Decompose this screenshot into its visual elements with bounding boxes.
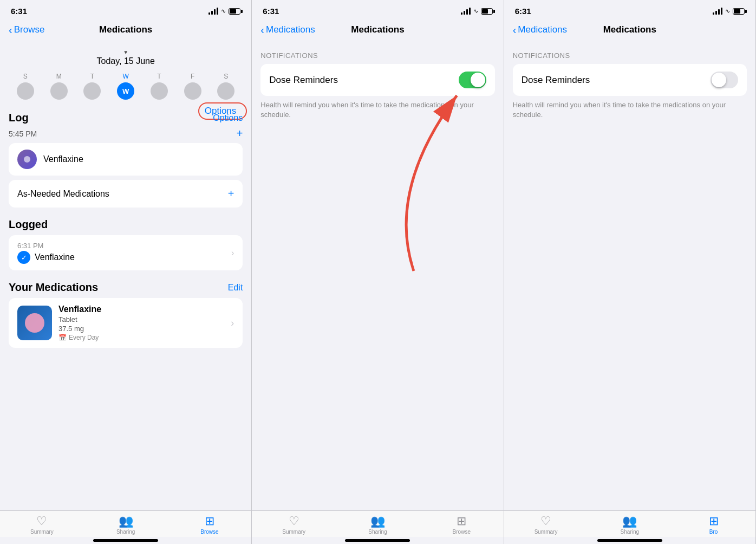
toggle-thumb-2 xyxy=(471,73,485,87)
tab-summary-1[interactable]: ♡ Summary xyxy=(0,515,84,535)
week-circle-t1 xyxy=(83,82,101,100)
back-label-2[interactable]: Medications xyxy=(266,24,315,35)
browse-icon-3: ⊞ xyxy=(709,515,719,527)
your-meds-header: Your Medications Edit xyxy=(0,275,251,298)
date-arrow: ▼ xyxy=(0,49,251,55)
add-med-button-1[interactable]: + xyxy=(237,127,243,140)
week-day-sat[interactable]: S xyxy=(217,73,234,100)
tab-bar-1: ♡ Summary 👥 Sharing ⊞ Browse xyxy=(0,510,251,537)
week-label-t1: T xyxy=(90,73,94,80)
back-label-1[interactable]: Browse xyxy=(14,24,45,35)
week-day-wed[interactable]: W W xyxy=(117,73,134,100)
week-day-sun[interactable]: S xyxy=(17,73,34,100)
back-button-3[interactable]: ‹ Medications xyxy=(513,24,567,35)
dose-reminders-row-3: Dose Reminders xyxy=(513,64,747,96)
tab-summary-2[interactable]: ♡ Summary xyxy=(252,515,336,535)
log-title: Log xyxy=(9,112,29,124)
status-time-2: 6:31 xyxy=(263,7,279,16)
status-icons-2: ∿ xyxy=(461,8,493,15)
logged-time-text: 6:31 PM xyxy=(17,242,226,250)
logged-name-text: Venflaxine xyxy=(35,252,75,262)
dose-reminders-row-2: Dose Reminders xyxy=(260,64,494,96)
med-name-1: Venflaxine xyxy=(43,154,234,164)
sharing-icon-3: 👥 xyxy=(622,515,637,527)
tab-summary-label-3: Summary xyxy=(535,529,558,535)
week-day-mon[interactable]: M xyxy=(50,73,68,100)
heart-icon-1: ♡ xyxy=(36,515,47,527)
as-needed-card[interactable]: As-Needed Medications + xyxy=(9,180,243,208)
content-3: NOTIFICATIONS Dose Reminders Health will… xyxy=(504,43,755,510)
as-needed-label: As-Needed Medications xyxy=(17,189,109,199)
med-card-venflaxine[interactable]: Venflaxine xyxy=(9,143,243,176)
your-meds-title: Your Medications xyxy=(9,281,98,294)
tab-summary-label-1: Summary xyxy=(30,529,54,535)
tab-sharing-1[interactable]: 👥 Sharing xyxy=(84,515,168,535)
content-2: NOTIFICATIONS Dose Reminders Health will… xyxy=(252,43,503,510)
settings-card-2: Dose Reminders xyxy=(260,64,494,96)
logged-title: Logged xyxy=(9,218,48,231)
dose-reminders-toggle-3[interactable] xyxy=(711,72,738,88)
log-time-row-1: 5:45 PM + xyxy=(0,124,251,143)
dose-reminders-toggle-2[interactable] xyxy=(459,72,486,88)
tab-summary-label-2: Summary xyxy=(282,529,305,535)
toggle-thumb-3 xyxy=(712,73,726,87)
med-chevron-icon: › xyxy=(231,318,234,329)
options-button[interactable]: Options xyxy=(213,113,243,123)
signal-icon-1 xyxy=(208,8,218,15)
tab-sharing-2[interactable]: 👥 Sharing xyxy=(336,515,420,535)
dose-reminders-desc-3: Health will remind you when it's time to… xyxy=(504,96,755,128)
week-label-m: M xyxy=(56,73,62,80)
tab-browse-2[interactable]: ⊞ Browse xyxy=(420,515,504,535)
battery-icon-2 xyxy=(481,8,493,15)
med-dose: 37.5 mg xyxy=(58,325,224,333)
med-details: Venflaxine Tablet 37.5 mg 📅 Every Day xyxy=(58,305,224,341)
panel-medications-log: 6:31 ∿ ‹ Browse Medications ▼ Today, 15 … xyxy=(0,0,252,544)
settings-card-3: Dose Reminders xyxy=(513,64,747,96)
browse-icon-2: ⊞ xyxy=(457,515,466,527)
med-schedule: 📅 Every Day xyxy=(58,334,224,341)
tab-browse-1[interactable]: ⊞ Browse xyxy=(168,515,252,535)
add-as-needed-button[interactable]: + xyxy=(228,187,234,200)
status-icons-3: ∿ xyxy=(713,8,745,15)
browse-icon-1: ⊞ xyxy=(205,515,214,527)
heart-icon-3: ♡ xyxy=(540,515,551,527)
signal-icon-2 xyxy=(461,8,471,15)
wifi-icon-3: ∿ xyxy=(725,8,730,15)
nav-title-1: Medications xyxy=(99,24,152,35)
status-time-3: 6:31 xyxy=(515,7,531,16)
notifications-label-2: NOTIFICATIONS xyxy=(252,43,503,64)
edit-button[interactable]: Edit xyxy=(228,283,243,293)
week-circle-f xyxy=(184,82,201,100)
nav-title-2: Medications xyxy=(351,24,404,35)
med-thumbnail xyxy=(17,306,52,340)
tab-summary-3[interactable]: ♡ Summary xyxy=(504,515,588,535)
week-circle-t2 xyxy=(151,82,168,100)
back-label-3[interactable]: Medications xyxy=(518,24,567,35)
logged-chevron-icon: › xyxy=(231,248,234,258)
tab-browse-3[interactable]: ⊞ Bro xyxy=(672,515,755,535)
logged-card-1[interactable]: 6:31 PM ✓ Venflaxine › xyxy=(9,235,243,270)
week-label-w: W xyxy=(122,73,128,80)
week-day-thu[interactable]: T xyxy=(151,73,168,100)
home-indicator-1 xyxy=(93,539,158,542)
nav-header-3: ‹ Medications Medications xyxy=(504,19,755,43)
nav-title-3: Medications xyxy=(603,24,656,35)
tab-sharing-3[interactable]: 👥 Sharing xyxy=(588,515,672,535)
week-day-tue[interactable]: T xyxy=(83,73,101,100)
week-day-fri[interactable]: F xyxy=(184,73,201,100)
week-label-s1: S xyxy=(23,73,28,80)
logged-check-icon: ✓ xyxy=(17,251,30,264)
med-icon-1 xyxy=(17,150,37,169)
signal-icon-3 xyxy=(713,8,722,15)
med-type: Tablet xyxy=(58,315,224,323)
dose-reminders-label-2: Dose Reminders xyxy=(269,75,338,86)
back-button-1[interactable]: ‹ Browse xyxy=(9,24,44,35)
heart-icon-2: ♡ xyxy=(289,515,299,527)
logged-section-header: Logged xyxy=(0,212,251,235)
dose-reminders-label-3: Dose Reminders xyxy=(522,75,590,86)
week-row: S M T W W T F S xyxy=(0,69,251,103)
status-bar-1: 6:31 ∿ xyxy=(0,0,251,19)
back-button-2[interactable]: ‹ Medications xyxy=(260,24,315,35)
your-meds-card-1[interactable]: Venflaxine Tablet 37.5 mg 📅 Every Day › xyxy=(9,298,243,348)
sharing-icon-1: 👥 xyxy=(119,515,133,527)
